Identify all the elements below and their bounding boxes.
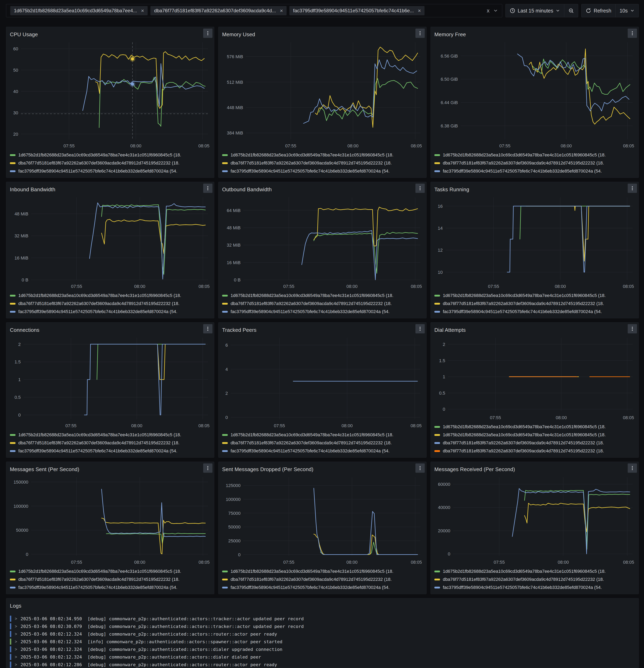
chart-area[interactable]: 0 B16 MiB32 MiB48 MiB07:5508:0008:05	[10, 194, 210, 291]
legend-item[interactable]: 1d675b2d1fb82688d23a5ea10c69cd3d6549a78b…	[222, 431, 423, 439]
legend-item[interactable]: fac3795dff39e58904c94511e57425057bfe6c74…	[222, 447, 423, 455]
filter-chip[interactable]: 1d675b2d1fb82688d23a5ea10c69cd3d6549a78b…	[10, 6, 148, 15]
chart-area[interactable]: 00.511.5207:5508:0008:05	[10, 335, 210, 430]
panel-menu-icon[interactable]	[416, 184, 425, 193]
dashboard-grid: CPU Usage 203040506007:5508:0008:05 1d67…	[6, 27, 639, 668]
log-expand-icon[interactable]: >	[14, 647, 18, 652]
legend-item[interactable]: dba76f77d5181ef83f67a92262a6307def3609ac…	[434, 159, 635, 167]
legend-item[interactable]: 1d675b2d1fb82688d23a5ea10c69cd3d6549a78b…	[434, 567, 635, 575]
log-row[interactable]: > 2025-03-06 08:02:12.286[debug]commonwa…	[10, 661, 635, 668]
legend-item[interactable]: fac3795dff39e58904c94511e57425057bfe6c74…	[222, 308, 423, 316]
legend-item[interactable]: 1d675b2d1fb82688d23a5ea10c69cd3d6549a78b…	[10, 567, 210, 575]
log-row[interactable]: > 2025-03-06 08:02:12.324[debug]commonwa…	[10, 653, 635, 661]
panel-menu-icon[interactable]	[203, 184, 212, 193]
chart-area[interactable]: 020000400006000007:5508:0008:05	[434, 474, 635, 566]
panel-menu-icon[interactable]	[203, 464, 212, 473]
legend-item[interactable]: dba76f77d5181ef83f67a92262a6307def3609ac…	[222, 159, 423, 167]
legend-item[interactable]: dba76f77d5181ef83f67a92262a6307def3609ac…	[434, 439, 635, 447]
panel-menu-icon[interactable]	[203, 29, 212, 38]
legend-item[interactable]: dba76f77d5181ef83f67a92262a6307def3609ac…	[222, 439, 423, 447]
chart-area[interactable]: 6.38 GiB6.44 GiB6.50 GiB6.56 GiB07:5508:…	[434, 39, 635, 150]
legend-item[interactable]: fac3795dff39e58904c94511e57425057bfe6c74…	[10, 447, 210, 455]
legend-item[interactable]: 1d675b2d1fb82688d23a5ea10c69cd3d6549a78b…	[10, 151, 210, 159]
panel-menu-icon[interactable]	[416, 464, 425, 473]
log-expand-icon[interactable]: >	[14, 624, 18, 629]
panel-menu-icon[interactable]	[628, 184, 637, 193]
legend-item[interactable]: fac3795dff39e58904c94511e57425057bfe6c74…	[434, 167, 635, 175]
legend-item[interactable]: dba76f77d5181ef83f67a92262a6307def3609ac…	[434, 575, 635, 583]
legend-item[interactable]: fac3795dff39e58904c94511e57425057bfe6c74…	[222, 583, 423, 592]
refresh-button[interactable]: Refresh	[582, 4, 615, 17]
panel-menu-icon[interactable]	[416, 29, 425, 38]
log-expand-icon[interactable]: >	[14, 655, 18, 659]
refresh-interval-button[interactable]: 10s	[615, 4, 639, 17]
log-expand-icon[interactable]: >	[14, 639, 18, 644]
legend-item[interactable]: 1d675b2d1fb82688d23a5ea10c69cd3d6549a78b…	[434, 431, 635, 439]
panel-title: Tracked Peers	[222, 327, 257, 333]
legend-item[interactable]: fac3795dff39e58904c94511e57425057bfe6c74…	[222, 167, 423, 175]
panel-menu-icon[interactable]	[203, 324, 212, 333]
remove-filter-icon[interactable]: ×	[418, 7, 421, 14]
legend-item[interactable]: 1d675b2d1fb82688d23a5ea10c69cd3d6549a78b…	[434, 423, 635, 431]
legend-item[interactable]: dba76f77d5181ef83f67a92262a6307def3609ac…	[222, 300, 423, 308]
legend-item[interactable]: 1d675b2d1fb82688d23a5ea10c69cd3d6549a78b…	[434, 291, 635, 300]
legend-item[interactable]: 1d675b2d1fb82688d23a5ea10c69cd3d6549a78b…	[222, 151, 423, 159]
zoom-out-button[interactable]	[564, 4, 578, 17]
svg-text:448 MiB: 448 MiB	[227, 105, 243, 110]
log-row[interactable]: > 2025-03-06 08:02:12.324[info]commonwar…	[10, 638, 635, 646]
legend-item[interactable]: fac3795dff39e58904c94511e57425057bfe6c74…	[434, 308, 635, 316]
chart-area[interactable]: 025000500007500010000012500007:5508:0008…	[222, 474, 423, 566]
legend-swatch	[10, 579, 15, 580]
legend-item[interactable]: fac3795dff39e58904c94511e57425057bfe6c74…	[10, 583, 210, 592]
legend-item[interactable]: dba76f77d5181ef83f67a92262a6307def3609ac…	[10, 575, 210, 583]
time-range-button[interactable]: Last 15 minutes	[506, 4, 564, 17]
chart-area[interactable]: 05000010000015000007:5508:0008:05	[10, 474, 210, 566]
legend-item[interactable]: fac3795dff39e58904c94511e57425057bfe6c74…	[10, 167, 210, 175]
log-row[interactable]: > 2025-03-06 08:02:30.079[debug]commonwa…	[10, 622, 635, 630]
panel-menu-icon[interactable]	[416, 324, 425, 333]
chart-area[interactable]: 1012141607:5508:0008:05	[434, 194, 635, 291]
chart-area[interactable]: 024607:5508:0008:05	[222, 335, 423, 430]
legend-item[interactable]: dba76f77d5181ef83f67a92262a6307def3609ac…	[10, 300, 210, 308]
legend-item[interactable]: 1d675b2d1fb82688d23a5ea10c69cd3d6549a78b…	[10, 291, 210, 300]
legend-item[interactable]: fac3795dff39e58904c94511e57425057bfe6c74…	[434, 583, 635, 592]
chevron-down-icon[interactable]	[493, 8, 498, 13]
legend-item[interactable]: dba76f77d5181ef83f67a92262a6307def3609ac…	[10, 159, 210, 167]
chart-area[interactable]: 384 MiB448 MiB512 MiB576 MiB07:5508:0008…	[222, 39, 423, 150]
chart-area[interactable]: 0 B16 MiB32 MiB48 MiB64 MiB07:5508:0008:…	[222, 194, 423, 291]
legend-item[interactable]: 1d675b2d1fb82688d23a5ea10c69cd3d6549a78b…	[434, 151, 635, 159]
legend-item[interactable]: 1d675b2d1fb82688d23a5ea10c69cd3d6549a78b…	[10, 431, 210, 439]
filter-chip[interactable]: dba76f77d5181ef83f67a92262a6307def3609ac…	[150, 6, 287, 15]
legend-item[interactable]: dba76f77d5181ef83f67a92262a6307def3609ac…	[222, 575, 423, 583]
legend-item[interactable]: dba76f77d5181ef83f67a92262a6307def3609ac…	[434, 447, 635, 455]
log-expand-icon[interactable]: >	[14, 632, 18, 636]
legend-item[interactable]: 1d675b2d1fb82688d23a5ea10c69cd3d6549a78b…	[222, 291, 423, 300]
log-expand-icon[interactable]: >	[14, 662, 18, 667]
panel-tracked-peers: Tracked Peers 024607:5508:0008:05 1d675b…	[218, 322, 426, 458]
chart-area[interactable]: 203040506007:5508:0008:05	[10, 39, 210, 150]
log-row[interactable]: > 2025-03-06 08:02:12.324[debug]commonwa…	[10, 646, 635, 653]
filter-chip[interactable]: fac3795dff39e58904c94511e57425057bfe6c74…	[289, 6, 424, 15]
svg-text:0 B: 0 B	[22, 277, 28, 283]
panel-menu-icon[interactable]	[628, 324, 637, 333]
panel-menu-icon[interactable]	[628, 29, 637, 38]
log-expand-icon[interactable]: >	[14, 617, 18, 621]
panel-menu-icon[interactable]	[628, 464, 637, 473]
remove-filter-icon[interactable]: ×	[141, 7, 144, 14]
legend-swatch	[434, 162, 440, 164]
legend-item[interactable]: fac3795dff39e58904c94511e57425057bfe6c74…	[10, 308, 210, 316]
legend-item[interactable]: 1d675b2d1fb82688d23a5ea10c69cd3d6549a78b…	[222, 567, 423, 575]
remove-filter-icon[interactable]: ×	[280, 7, 283, 14]
clear-filters-icon[interactable]: x	[487, 7, 490, 14]
legend-swatch	[434, 450, 440, 452]
legend-item[interactable]: dba76f77d5181ef83f67a92262a6307def3609ac…	[10, 439, 210, 447]
log-row[interactable]: > 2025-03-06 08:02:12.324[debug]commonwa…	[10, 630, 635, 638]
svg-text:4: 4	[225, 367, 228, 372]
log-row[interactable]: > 2025-03-06 08:02:34.950[debug]commonwa…	[10, 615, 635, 622]
legend: 1d675b2d1fb82688d23a5ea10c69cd3d6549a78b…	[10, 151, 210, 175]
adhoc-filter-input[interactable]: 1d675b2d1fb82688d23a5ea10c69cd3d6549a78b…	[6, 4, 502, 17]
svg-text:6.44 GiB: 6.44 GiB	[440, 100, 458, 105]
legend-item[interactable]: dba76f77d5181ef83f67a92262a6307def3609ac…	[434, 300, 635, 308]
chart-area[interactable]: 00.511.5207:5508:0008:05	[434, 335, 635, 422]
log-line: 2025-03-06 08:02:30.079[debug]commonware…	[20, 624, 304, 629]
